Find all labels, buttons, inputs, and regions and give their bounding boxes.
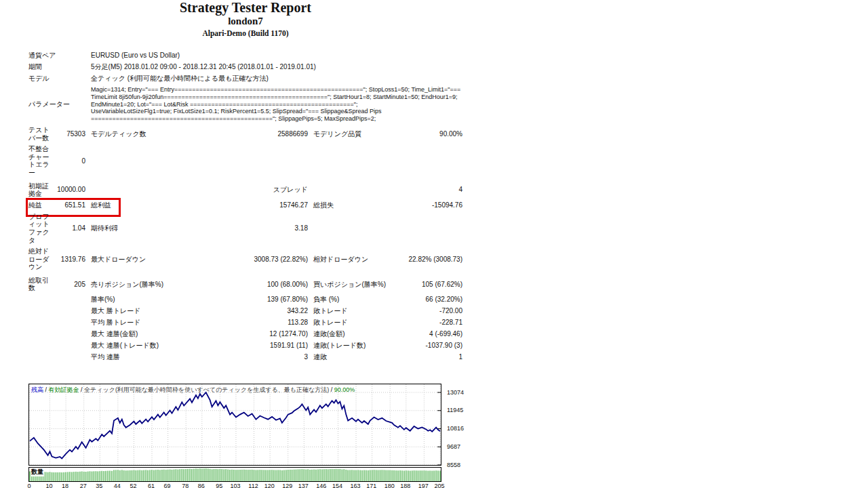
row-value-2: 113.28 <box>206 319 308 327</box>
ea-name: london7 <box>28 16 462 27</box>
report-row: モデル全ティック (利用可能な最小時間枠による最も正確な方法) <box>28 75 462 83</box>
x-axis-label: 27 <box>75 483 92 488</box>
x-axis-label: 52 <box>125 483 141 488</box>
row-label-2: 平均 連勝 <box>85 353 206 361</box>
row-label: 純益 <box>28 201 53 209</box>
parameter-line: UseVariableLotSizeFlg1=true; FixLotSize1… <box>91 108 462 115</box>
row-label: パラメーター <box>28 100 53 108</box>
row-label: テストバー数 <box>28 126 53 142</box>
row-value-3: -228.71 <box>401 319 462 327</box>
x-axis-labels: 0101827354452616978869510311212012913714… <box>28 483 441 488</box>
row-label-3: 敗トレード <box>308 319 401 327</box>
row-value-2: 15746.27 <box>206 201 308 209</box>
legend-part: 残高 <box>31 386 43 393</box>
x-axis-label: 69 <box>159 483 176 488</box>
y-axis-label: 9687 <box>447 443 460 450</box>
row-value-2: 139 (67.80%) <box>206 296 308 304</box>
row-label-3: 連敗(金額) <box>308 330 401 338</box>
report-row: 最大 連勝(トレード数)1591.91 (11)連敗(トレード数)-1037.9… <box>28 342 462 350</box>
report-row: 平均 連勝3連敗1 <box>28 353 462 361</box>
row-value-1: 651.51 <box>53 201 85 209</box>
row-label-2: モデルティック数 <box>85 130 206 138</box>
server-build: Alpari-Demo (Build 1170) <box>28 29 462 38</box>
x-axis-label: 154 <box>329 483 345 488</box>
row-content: Magic=1314; Entry="=== Entry============… <box>85 86 462 123</box>
row-value-1: 75303 <box>53 130 85 138</box>
x-axis-label: 146 <box>313 483 330 488</box>
legend-part: / <box>79 386 85 393</box>
x-axis-label: 44 <box>109 483 125 488</box>
report-title: Strategy Tester Report <box>28 0 462 15</box>
row-value-3: 4 <box>401 186 462 194</box>
x-axis-label: 112 <box>245 483 262 488</box>
report-row: プロフィットファクタ1.04期待利得3.18 <box>28 213 462 244</box>
row-value-1: 1.04 <box>53 224 85 232</box>
parameter-line: Magic=1314; Entry="=== Entry============… <box>91 86 462 94</box>
row-value-3: 105 (67.62%) <box>401 281 462 289</box>
x-axis-label: 0 <box>21 483 37 488</box>
row-value-3: 1 <box>401 353 462 361</box>
chart-legend: 残高 / 有効証拠金 / 全ティック(利用可能な最小時間枠を使いすべてのティック… <box>31 386 355 394</box>
row-value-3: 90.00% <box>401 130 462 138</box>
row-value-3: -720.00 <box>401 307 462 315</box>
x-axis-label: 163 <box>347 483 363 488</box>
row-value-3: 66 (32.20%) <box>401 296 462 304</box>
row-value-2: スプレッド <box>206 186 308 194</box>
row-label-3: 敗トレード <box>308 307 401 315</box>
report-row: 通貨ペアEURUSD (Euro vs US Dollar) <box>28 52 462 60</box>
report-row: テストバー数75303モデルティック数25886699モデリング品質90.00% <box>28 126 462 142</box>
row-label-2: 総利益 <box>85 201 206 209</box>
x-axis-label: 61 <box>143 483 159 488</box>
row-label-3: 連敗 <box>308 353 401 361</box>
legend-part: 90.00% <box>334 386 355 393</box>
report-row: パラメーターMagic=1314; Entry="=== Entry======… <box>28 86 462 123</box>
row-label-2: 勝率(%) <box>85 296 206 304</box>
report-table: 通貨ペアEURUSD (Euro vs US Dollar)期間5分足(M5) … <box>28 52 462 365</box>
x-axis-label: 95 <box>211 483 227 488</box>
legend-part: / <box>43 386 49 393</box>
report-row: 総取引数205売りポジション(勝率%)100 (68.00%)買いポジション(勝… <box>28 277 462 292</box>
row-label: 絶対ドローダウン <box>28 247 53 271</box>
row-label: 初期証拠金 <box>28 182 53 198</box>
x-axis-label: 103 <box>227 483 243 488</box>
x-axis-label: 35 <box>91 483 107 488</box>
row-label-3: 相対ドローダウン <box>308 256 401 264</box>
row-value-3: 22.82% (3008.73) <box>401 256 462 264</box>
row-label: 通貨ペア <box>28 52 53 60</box>
legend-part: / <box>329 386 334 393</box>
row-label: 総取引数 <box>28 277 53 292</box>
row-content: 全ティック (利用可能な最小時間枠による最も正確な方法) <box>85 75 462 83</box>
report-header: Strategy Tester Report london7 Alpari-De… <box>28 0 462 37</box>
x-axis-label: 78 <box>177 483 193 488</box>
row-label-3: 連敗(トレード数) <box>308 342 401 350</box>
row-label-2: 最大ドローダウン <box>85 256 206 264</box>
row-value-2: 1591.91 (11) <box>206 342 308 350</box>
report-row: 平均 勝トレード113.28敗トレード-228.71 <box>28 319 462 327</box>
y-axis-label: 8558 <box>447 462 460 468</box>
row-label-2: 売りポジション(勝率%) <box>85 281 206 289</box>
row-content: 5分足(M5) 2018.01.02 09:00 - 2018.12.31 20… <box>85 63 462 71</box>
balance-chart-block: 残高 / 有効証拠金 / 全ティック(利用可能な最小時間枠を使いすべてのティック… <box>28 384 517 488</box>
legend-part: 有効証拠金 <box>49 386 79 393</box>
x-axis-label: 188 <box>397 483 414 488</box>
row-value-2: 3008.73 (22.82%) <box>206 256 308 264</box>
row-label-3: モデリング品質 <box>308 130 401 138</box>
parameter-line: EndMinute1=20; Lot="=== Lot&Risk =======… <box>91 101 462 108</box>
report-row: 初期証拠金10000.00スプレッド4 <box>28 182 462 198</box>
balance-chart: 残高 / 有効証拠金 / 全ティック(利用可能な最小時間枠を使いすべてのティック… <box>28 384 441 466</box>
row-value-2: 12 (1274.70) <box>206 330 308 338</box>
legend-part: 全ティック(利用可能な最小時間枠を使いすべてのティックを生成する、最も正確な方法… <box>84 386 329 393</box>
report-row: 最大 連勝(金額)12 (1274.70)連敗(金額)4 (-699.46) <box>28 330 462 338</box>
row-label-3: 負率 (%) <box>308 296 401 304</box>
balance-curve <box>30 392 440 459</box>
lots-histogram-svg <box>29 468 441 481</box>
x-axis-label: 86 <box>193 483 210 488</box>
row-content: EURUSD (Euro vs US Dollar) <box>85 52 462 60</box>
histogram-label: 数量 <box>31 468 44 476</box>
lots-histogram: 数量 <box>28 467 441 482</box>
row-label-2: 最大 連勝(金額) <box>85 330 206 338</box>
strategy-tester-report-page: Strategy Tester Report london7 Alpari-De… <box>0 0 868 488</box>
y-axis-label: 11945 <box>447 407 463 413</box>
parameter-line: TimeLimit 8ji50fun-9ji20fun=============… <box>91 94 462 101</box>
row-value-3: -15094.76 <box>401 201 462 209</box>
